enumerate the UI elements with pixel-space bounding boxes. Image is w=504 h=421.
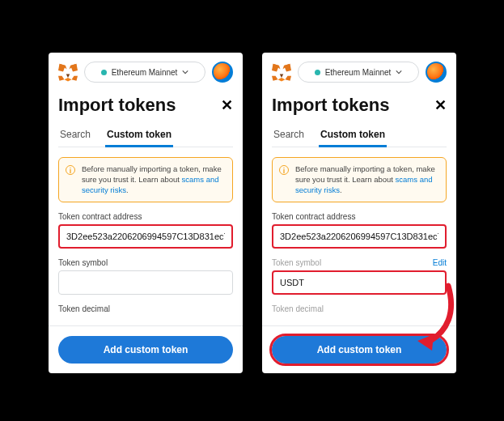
footer: Add custom token	[272, 319, 447, 364]
tab-search[interactable]: Search	[272, 124, 306, 147]
warning-text-after: .	[340, 185, 342, 194]
token-symbol-input[interactable]	[58, 270, 233, 295]
metamask-fox-icon	[272, 63, 291, 81]
account-avatar[interactable]	[426, 62, 447, 83]
divider	[49, 325, 243, 326]
top-bar: Ethereum Mainnet	[272, 61, 447, 83]
page-title: Import tokens	[58, 95, 176, 116]
chevron-down-icon	[396, 69, 402, 75]
close-icon[interactable]: ✕	[221, 98, 233, 113]
warning-text-after: .	[126, 185, 129, 194]
svg-marker-13	[280, 74, 284, 79]
title-row: Import tokens ✕	[272, 95, 447, 116]
token-address-input[interactable]	[58, 224, 233, 249]
token-symbol-input[interactable]	[272, 270, 447, 295]
metamask-fox-icon	[58, 63, 78, 81]
network-name: Ethereum Mainnet	[112, 68, 178, 77]
account-avatar[interactable]	[212, 62, 233, 83]
svg-marker-7	[58, 64, 66, 72]
footer: Add custom token	[58, 319, 233, 364]
svg-marker-6	[70, 64, 78, 72]
svg-marker-2	[72, 76, 78, 81]
tabs: Search Custom token	[272, 124, 447, 147]
info-icon: i	[66, 165, 75, 175]
address-label: Token contract address	[58, 212, 233, 221]
tab-search[interactable]: Search	[58, 124, 92, 147]
svg-marker-12	[278, 78, 286, 82]
title-row: Import tokens ✕	[58, 95, 233, 116]
svg-marker-10	[286, 76, 292, 81]
svg-marker-3	[58, 76, 65, 81]
symbol-label: Token symbol	[58, 258, 233, 267]
svg-marker-15	[272, 64, 279, 72]
svg-marker-11	[272, 76, 278, 81]
warning-banner: i Before manually importing a token, mak…	[272, 157, 447, 202]
add-custom-token-button[interactable]: Add custom token	[58, 336, 233, 364]
address-label: Token contract address	[272, 212, 447, 221]
symbol-label: Token symbol	[272, 258, 321, 267]
edit-symbol-link[interactable]: Edit	[433, 258, 447, 267]
network-status-dot	[315, 70, 320, 75]
chevron-down-icon	[182, 69, 188, 75]
svg-marker-5	[66, 74, 70, 79]
network-name: Ethereum Mainnet	[325, 68, 392, 77]
warning-banner: i Before manually importing a token, mak…	[58, 157, 233, 202]
page-title: Import tokens	[272, 95, 389, 116]
info-icon: i	[279, 165, 289, 175]
tabs: Search Custom token	[58, 124, 233, 147]
tab-custom-token[interactable]: Custom token	[105, 124, 173, 147]
decimal-label: Token decimal	[272, 304, 447, 313]
close-icon[interactable]: ✕	[434, 98, 447, 113]
wallet-screen-step2: Ethereum Mainnet Import tokens ✕ Search …	[262, 53, 456, 373]
svg-marker-4	[65, 78, 72, 82]
network-selector[interactable]: Ethereum Mainnet	[298, 62, 419, 83]
network-selector[interactable]: Ethereum Mainnet	[84, 62, 205, 83]
token-address-input[interactable]	[272, 224, 447, 249]
wallet-screen-step1: Ethereum Mainnet Import tokens ✕ Search …	[49, 53, 243, 373]
add-custom-token-button[interactable]: Add custom token	[272, 336, 447, 364]
top-bar: Ethereum Mainnet	[58, 61, 233, 83]
svg-marker-14	[284, 64, 291, 72]
tab-custom-token[interactable]: Custom token	[319, 124, 387, 147]
network-status-dot	[101, 70, 107, 75]
divider	[262, 325, 456, 326]
decimal-label: Token decimal	[58, 304, 233, 313]
